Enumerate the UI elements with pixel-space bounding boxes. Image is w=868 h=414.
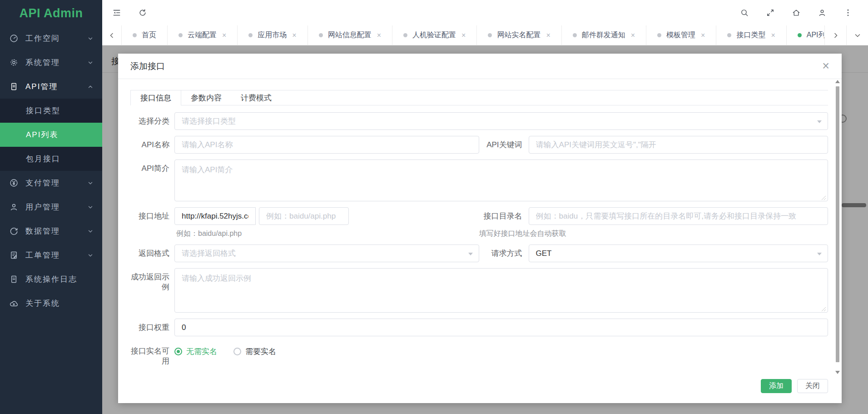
tab-label: 云端配置 xyxy=(188,30,217,40)
tab-email-notify[interactable]: 邮件群发通知 × xyxy=(562,25,646,45)
close-tab-icon[interactable]: × xyxy=(631,32,635,39)
modal-close-icon[interactable]: × xyxy=(822,60,829,72)
sidebar-item-monthly-api[interactable]: 包月接口 xyxy=(0,147,102,171)
field-label: 接口地址 xyxy=(130,207,169,221)
api-base-url-input[interactable] xyxy=(174,207,256,225)
sidebar-item-system-log[interactable]: 系统操作日志 xyxy=(0,267,102,291)
modal-tab-api-info[interactable]: 接口信息 xyxy=(130,90,181,105)
form-row-success-example: 成功返回示例 xyxy=(130,268,828,313)
radio-no-realname[interactable]: 无需实名 xyxy=(174,346,217,357)
user-profile-icon[interactable] xyxy=(818,8,827,17)
tab-app-market[interactable]: 应用市场 × xyxy=(238,25,308,45)
tabs-scroll-right-icon[interactable] xyxy=(824,25,846,45)
close-tab-icon[interactable]: × xyxy=(701,32,705,39)
form-row-intro: API简介 xyxy=(130,160,828,201)
close-tab-icon[interactable]: × xyxy=(461,32,466,39)
sidebar-item-data-manage[interactable]: 数据管理 xyxy=(0,219,102,243)
radio-need-realname[interactable]: 需要实名 xyxy=(233,346,276,357)
tab-home[interactable]: 首页 xyxy=(122,25,168,45)
tab-label: 应用市场 xyxy=(258,30,287,40)
tabs-scroll-left-icon[interactable] xyxy=(102,25,122,45)
resize-handle-icon[interactable] xyxy=(821,305,826,310)
sidebar-item-about-system[interactable]: 关于系统 xyxy=(0,291,102,315)
select-placeholder: 请选择返回格式 xyxy=(182,248,236,259)
close-tab-icon[interactable]: × xyxy=(292,32,296,39)
select-value: GET xyxy=(536,249,552,258)
refresh-icon[interactable] xyxy=(138,8,147,17)
tab-api-type[interactable]: 接口类型 × xyxy=(716,25,786,45)
sidebar-item-label: 工单管理 xyxy=(25,250,88,260)
scroll-up-icon[interactable] xyxy=(835,80,840,83)
tab-site-realname-config[interactable]: 网站实名配置 × xyxy=(477,25,561,45)
resize-handle-icon[interactable] xyxy=(821,194,826,199)
tab-site-info-config[interactable]: 网站信息配置 × xyxy=(308,25,392,45)
close-tab-icon[interactable]: × xyxy=(222,32,226,39)
close-button[interactable]: 关闭 xyxy=(797,379,828,393)
home-icon[interactable] xyxy=(792,8,801,17)
tab-api-list[interactable]: API列表 × xyxy=(787,25,824,45)
api-keywords-input[interactable] xyxy=(529,136,828,154)
api-path-input[interactable] xyxy=(259,207,349,225)
modal-header: 添加接口 × xyxy=(118,54,842,79)
close-tab-icon[interactable]: × xyxy=(771,32,775,39)
search-icon[interactable] xyxy=(740,8,749,17)
app-root: API Admin 工作空间 系统管理 API管理 接口类型 API列表 包月接… xyxy=(0,0,868,414)
more-vertical-icon[interactable] xyxy=(843,8,853,17)
tab-dot xyxy=(488,33,492,37)
sidebar-item-api-manage[interactable]: API管理 xyxy=(0,75,102,99)
tab-label: 邮件群发通知 xyxy=(582,30,625,40)
form-row-name-keywords: API名称 API关键词 xyxy=(130,136,828,154)
tabs-menu-icon[interactable] xyxy=(846,25,868,45)
sidebar-fold-icon[interactable] xyxy=(112,8,121,17)
sidebar-item-user-manage[interactable]: 用户管理 xyxy=(0,195,102,219)
app-logo: API Admin xyxy=(0,0,102,26)
tab-label: 首页 xyxy=(142,30,156,40)
tab-label: API列表 xyxy=(807,30,824,40)
close-tab-icon[interactable]: × xyxy=(377,32,381,39)
field-label: 接口实名可用 xyxy=(130,342,169,366)
success-example-textarea[interactable] xyxy=(174,268,828,313)
tab-label: 网站信息配置 xyxy=(328,30,372,40)
sidebar-item-api-list[interactable]: API列表 xyxy=(0,123,102,147)
api-intro-textarea[interactable] xyxy=(174,160,828,201)
field-label: API名称 xyxy=(130,136,169,150)
add-button[interactable]: 添加 xyxy=(761,379,792,393)
sidebar-item-payment-manage[interactable]: 支付管理 xyxy=(0,171,102,195)
close-tab-icon[interactable]: × xyxy=(546,32,550,39)
scroll-down-icon[interactable] xyxy=(835,371,840,374)
modal-tab-billing[interactable]: 计费模式 xyxy=(231,90,281,105)
field-label: 返回格式 xyxy=(130,244,169,259)
category-select[interactable]: 请选择接口类型 xyxy=(174,112,828,130)
sidebar-item-workorder-manage[interactable]: 工单管理 xyxy=(0,243,102,267)
field-label: API简介 xyxy=(130,160,169,174)
chevron-down-icon xyxy=(88,60,93,65)
return-format-select[interactable]: 请选择返回格式 xyxy=(174,244,479,262)
directory-hint: 填写好接口地址会自动获取 xyxy=(479,229,828,239)
yen-icon xyxy=(9,178,19,188)
tab-cloud-config[interactable]: 云端配置 × xyxy=(168,25,238,45)
api-weight-input[interactable] xyxy=(174,319,828,336)
sidebar-item-api-type[interactable]: 接口类型 xyxy=(0,99,102,123)
sidebar-item-workspace[interactable]: 工作空间 xyxy=(0,26,102,50)
select-placeholder: 请选择接口类型 xyxy=(182,116,236,126)
tab-label: 网站实名配置 xyxy=(497,30,541,40)
api-name-input[interactable] xyxy=(174,136,479,154)
tab-template-manage[interactable]: 模板管理 × xyxy=(646,25,716,45)
scrollbar-thumb[interactable] xyxy=(836,86,839,362)
sidebar: API Admin 工作空间 系统管理 API管理 接口类型 API列表 包月接… xyxy=(0,0,102,414)
sidebar-item-label: 关于系统 xyxy=(25,298,93,309)
tab-captcha-config[interactable]: 人机验证配置 × xyxy=(392,25,477,45)
add-api-modal: 添加接口 × 接口信息 参数内容 计费模式 选择分类 请选择接口类型 xyxy=(118,54,842,403)
chevron-down-icon xyxy=(88,205,93,210)
chevron-down-icon xyxy=(88,229,93,234)
modal-tab-params[interactable]: 参数内容 xyxy=(181,90,231,105)
fullscreen-icon[interactable] xyxy=(766,8,775,17)
api-directory-input[interactable] xyxy=(529,207,828,225)
chevron-down-icon xyxy=(88,253,93,258)
request-method-select[interactable]: GET xyxy=(529,244,828,262)
sidebar-item-system-manage[interactable]: 系统管理 xyxy=(0,50,102,75)
radio-label: 需要实名 xyxy=(245,346,276,357)
modal-scrollbar[interactable] xyxy=(835,80,840,374)
radio-label: 无需实名 xyxy=(186,346,217,357)
sidebar-submenu-api-manage: 接口类型 API列表 包月接口 xyxy=(0,99,102,171)
